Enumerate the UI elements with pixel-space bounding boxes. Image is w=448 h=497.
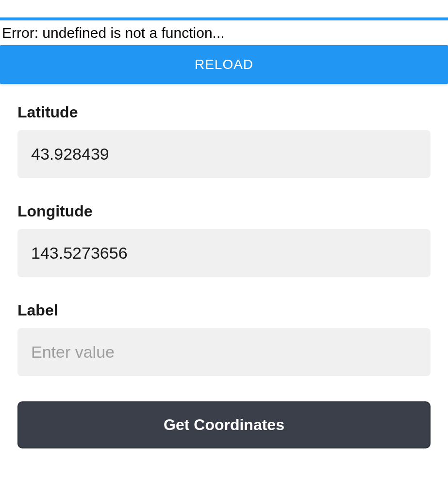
get-coordinates-button[interactable]: Get Coordinates (17, 401, 431, 448)
latitude-group: Latitude (17, 103, 431, 178)
longitude-group: Longitude (17, 202, 431, 277)
longitude-input[interactable] (17, 229, 431, 277)
label-input[interactable] (17, 328, 431, 376)
label-group: Label (17, 301, 431, 376)
longitude-label: Longitude (17, 202, 431, 220)
label-field-label: Label (17, 301, 431, 319)
form-container: Latitude Longitude Label Get Coordinates (0, 84, 448, 448)
error-message: Error: undefined is not a function... (0, 20, 448, 45)
latitude-input[interactable] (17, 130, 431, 178)
latitude-label: Latitude (17, 103, 431, 121)
reload-button[interactable]: RELOAD (0, 45, 448, 84)
